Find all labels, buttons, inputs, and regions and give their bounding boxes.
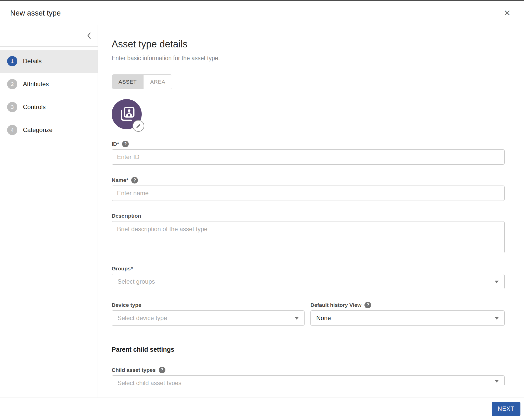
child-asset-types-select[interactable]: Select child asset types [112,375,505,385]
toggle-option-asset[interactable]: ASSET [112,75,143,89]
edit-icon-button[interactable] [133,120,144,132]
child-asset-types-select-placeholder: Select child asset types [117,379,181,385]
step-label: Details [23,58,42,65]
groups-select-placeholder: Select groups [117,278,155,285]
content-scroll-area[interactable]: Asset type details Enter basic informati… [98,25,524,385]
sidebar-top-bar [0,25,98,47]
groups-field-group: Groups* Select groups [112,265,505,289]
groups-select[interactable]: Select groups [112,274,505,289]
name-input[interactable] [112,186,505,201]
id-input[interactable] [112,149,505,165]
content-pane: Asset type details Enter basic informati… [98,25,524,398]
page-subtitle: Enter basic information for the asset ty… [112,55,505,62]
device-type-select[interactable]: Select device type [112,310,305,326]
step-label: Categorize [23,126,53,134]
modal-title: New asset type [10,9,61,17]
step-label: Controls [23,103,46,111]
page-title: Asset type details [112,38,505,50]
groups-label: Groups* [112,265,133,272]
default-history-view-value: None [316,314,331,322]
step-number-badge: 1 [7,56,17,66]
pencil-icon [136,123,141,129]
device-type-select-placeholder: Select device type [117,314,167,322]
step-item-categorize[interactable]: 4 Categorize [0,119,98,141]
next-button[interactable]: NEXT [492,402,520,416]
modal-body: 1 Details 2 Attributes 3 Controls 4 Cate… [0,25,524,398]
help-icon[interactable]: ? [131,177,138,183]
step-number-badge: 3 [7,102,17,112]
step-item-details[interactable]: 1 Details [0,50,98,73]
help-icon[interactable]: ? [364,302,371,308]
close-icon[interactable]: ✕ [504,9,511,17]
chevron-down-icon [495,317,499,320]
default-history-view-label: Default history View [310,302,361,308]
help-icon[interactable]: ? [159,367,165,373]
step-list: 1 Details 2 Attributes 3 Controls 4 Cate… [0,50,98,141]
chevron-down-icon [495,281,499,283]
asset-hierarchy-icon [117,105,136,123]
description-field-group: Description [112,213,505,254]
chevron-down-icon [295,317,299,320]
device-type-label: Device type [112,302,141,308]
device-type-field-group: Device type Select device type [112,302,305,326]
id-field-group: ID* ? [112,141,505,165]
modal-header: New asset type ✕ [0,1,524,25]
id-label: ID* [112,141,119,147]
description-textarea[interactable] [112,221,505,253]
step-item-controls[interactable]: 3 Controls [0,96,98,119]
description-label: Description [112,213,141,219]
parent-child-settings-heading: Parent child settings [112,346,505,353]
device-history-row: Device type Select device type Default h… [112,302,505,326]
step-number-badge: 4 [7,125,17,135]
toggle-option-area[interactable]: AREA [143,75,172,89]
child-asset-types-field-group: Child asset types ? Select child asset t… [112,367,505,385]
modal-footer: NEXT [0,398,524,420]
chevron-down-icon [495,380,499,383]
collapse-sidebar-icon[interactable] [87,32,91,39]
asset-type-avatar [112,99,142,129]
new-asset-type-modal: New asset type ✕ 1 Details 2 Attributes [0,0,524,420]
help-icon[interactable]: ? [122,141,129,147]
name-label: Name* [112,177,128,183]
step-item-attributes[interactable]: 2 Attributes [0,73,98,96]
step-number-badge: 2 [7,79,17,89]
asset-area-toggle: ASSET AREA [112,74,172,89]
step-label: Attributes [23,81,49,88]
default-history-view-field-group: Default history View ? None [310,302,505,326]
child-asset-types-label: Child asset types [112,367,156,373]
name-field-group: Name* ? [112,177,505,201]
section-divider [112,335,505,335]
default-history-view-select[interactable]: None [310,310,505,326]
stepper-sidebar: 1 Details 2 Attributes 3 Controls 4 Cate… [0,25,98,398]
